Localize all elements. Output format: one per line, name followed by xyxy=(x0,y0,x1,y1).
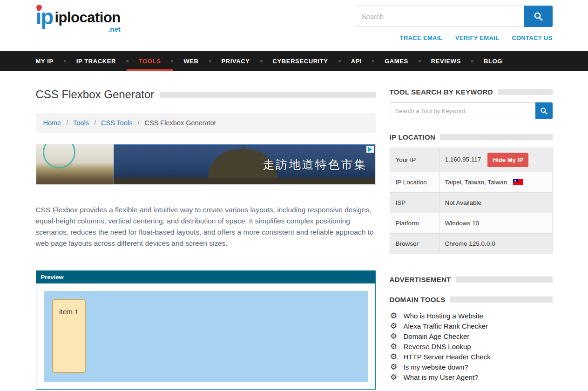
main-column: CSS Flexbox Generator Home / Tools / CSS… xyxy=(36,88,376,390)
ad-caption-text: 走訪地道特色市集 xyxy=(263,157,367,172)
list-item: ⚙ Reverse DNS Lookup xyxy=(390,342,553,352)
nav-separator xyxy=(209,60,211,62)
nav-item-games[interactable]: GAMES xyxy=(385,58,408,65)
header-search-button[interactable] xyxy=(524,6,553,27)
gear-icon: ⚙ xyxy=(390,372,398,383)
nav-separator xyxy=(471,60,473,62)
list-item: ⚙ Is my website down? xyxy=(390,362,553,372)
header-links: TRACE EMAIL VERIFY EMAIL CONTACT US xyxy=(355,34,553,41)
preview-panel: Preview Item 1 xyxy=(36,270,376,390)
logo[interactable]: ip iplocation .net xyxy=(36,7,121,41)
ad-building-image: 走訪地道特色市集 xyxy=(114,144,375,184)
header-search-input[interactable] xyxy=(355,6,524,27)
nav-separator xyxy=(260,60,263,62)
heading-decoration-bar xyxy=(450,297,553,303)
list-item: ⚙ Domain Age Checker xyxy=(390,331,553,342)
content: CSS Flexbox Generator Home / Tools / CSS… xyxy=(36,71,553,390)
domain-tools-list: ⚙ Who is Hosting a Website ⚙ Alexa Traff… xyxy=(390,311,553,383)
tool-search-input[interactable] xyxy=(390,102,535,119)
isp-value: Not Available xyxy=(439,193,552,213)
platform-value: Windows 10 xyxy=(439,213,552,234)
domain-tool-link-user-agent[interactable]: What is my User Agent? xyxy=(404,372,479,383)
breadcrumb-separator: / xyxy=(94,119,96,127)
domain-tool-link-reverse-dns[interactable]: Reverse DNS Lookup xyxy=(404,342,471,352)
nav-separator xyxy=(64,60,66,62)
flex-item-1[interactable]: Item 1 xyxy=(52,299,86,373)
logo-text: iplocation .net xyxy=(54,10,120,33)
row-label: Browser xyxy=(390,234,439,254)
main-nav: MY IP IP TRACKER TOOLS WEB PRIVACY CYBER… xyxy=(0,51,588,71)
trace-email-link[interactable]: TRACE EMAIL xyxy=(400,34,443,41)
preview-header: Preview xyxy=(36,271,375,283)
title-decoration-bar xyxy=(160,92,375,98)
ip-location-heading: IP LOCATION xyxy=(390,133,436,141)
gear-icon: ⚙ xyxy=(390,321,398,331)
site-header: ip iplocation .net TRACE EMAIL VERIFY EM… xyxy=(0,0,588,51)
breadcrumb-css-tools[interactable]: CSS Tools xyxy=(101,119,132,127)
sidebar: TOOL SEARCH BY KEYWORD IP LOCATION Your … xyxy=(390,88,553,390)
nav-item-api[interactable]: API xyxy=(351,58,362,65)
tool-search-heading: TOOL SEARCH BY KEYWORD xyxy=(390,88,493,96)
table-row-browser: Browser Chrome 125.0.0.0 xyxy=(390,234,552,254)
breadcrumb-separator: / xyxy=(137,119,139,127)
table-row-platform: Platform Windows 10 xyxy=(390,213,552,234)
breadcrumb-separator: / xyxy=(66,119,68,127)
heading-decoration-bar xyxy=(498,89,553,95)
table-row-your-ip: Your IP 1.160.95.117 Hide My IP xyxy=(390,148,552,172)
nav-item-tools[interactable]: TOOLS xyxy=(139,58,161,65)
advertisement-heading: ADVERTISEMENT xyxy=(390,276,451,283)
gear-icon: ⚙ xyxy=(390,331,398,342)
tool-search-button[interactable] xyxy=(535,102,553,119)
logo-icon: ip xyxy=(36,7,53,27)
heading-decoration-bar xyxy=(456,276,553,283)
nav-item-my-ip[interactable]: MY IP xyxy=(36,58,54,65)
domain-tool-link-domain-age[interactable]: Domain Age Checker xyxy=(404,331,470,342)
row-label: IP Location xyxy=(390,172,439,193)
domain-tool-link-alexa-rank[interactable]: Alexa Traffic Rank Checker xyxy=(404,321,488,331)
domain-tool-link-website-down[interactable]: Is my website down? xyxy=(404,362,468,372)
list-item: ⚙ Who is Hosting a Website xyxy=(390,311,553,321)
nav-separator xyxy=(171,60,173,62)
breadcrumb-tools[interactable]: Tools xyxy=(73,119,89,127)
nav-item-blog[interactable]: BLOG xyxy=(484,58,502,65)
row-label: Platform xyxy=(390,213,439,234)
hide-my-ip-button[interactable]: Hide My IP xyxy=(487,153,528,167)
flex-preview-container: Item 1 xyxy=(44,291,368,382)
nav-item-reviews[interactable]: REVIEWS xyxy=(431,58,461,65)
tool-search-bar xyxy=(390,102,553,119)
breadcrumb: Home / Tools / CSS Tools / CSS Flexbox G… xyxy=(36,113,376,133)
domain-tools-heading-row: DOMAIN TOOLS xyxy=(390,296,553,303)
search-icon xyxy=(534,12,543,21)
adchoices-icon[interactable] xyxy=(366,146,374,153)
nav-item-cybersecurity[interactable]: CYBERSECURITY xyxy=(273,58,328,65)
nav-item-ip-tracker[interactable]: IP TRACKER xyxy=(76,58,116,65)
ad-banner[interactable]: 走訪地道特色市集 xyxy=(36,144,376,185)
domain-tool-link-http-header[interactable]: HTTP Server Header Check xyxy=(404,352,491,362)
nav-separator xyxy=(338,60,341,62)
table-row-isp: ISP Not Available xyxy=(390,193,552,213)
taiwan-flag-icon xyxy=(513,179,523,185)
search-icon xyxy=(540,107,547,115)
gear-icon: ⚙ xyxy=(390,352,398,362)
nav-separator xyxy=(419,60,421,62)
title-row: CSS Flexbox Generator xyxy=(36,88,376,101)
nav-item-privacy[interactable]: PRIVACY xyxy=(222,58,250,65)
logo-suffix-text: .net xyxy=(108,25,121,33)
row-label: Your IP xyxy=(390,148,439,172)
nav-separator xyxy=(126,60,128,62)
domain-tools-heading: DOMAIN TOOLS xyxy=(390,296,446,303)
contact-us-link[interactable]: CONTACT US xyxy=(512,34,552,41)
table-row-ip-location: IP Location Taipei, Taiwan, Taiwan xyxy=(390,172,552,193)
logo-main-text: iplocation xyxy=(54,10,120,25)
ip-location-heading-row: IP LOCATION xyxy=(390,133,553,141)
domain-tool-link-hosting[interactable]: Who is Hosting a Website xyxy=(404,311,483,321)
tool-description: CSS Flexbox provides a flexible and intu… xyxy=(36,204,376,249)
nav-item-web[interactable]: WEB xyxy=(183,58,198,65)
tool-search-heading-row: TOOL SEARCH BY KEYWORD xyxy=(390,88,553,96)
verify-email-link[interactable]: VERIFY EMAIL xyxy=(455,34,499,41)
ad-left-image xyxy=(36,144,114,184)
gear-icon: ⚙ xyxy=(390,342,398,352)
gear-icon: ⚙ xyxy=(390,311,398,321)
list-item: ⚙ What is my User Agent? xyxy=(390,372,553,383)
breadcrumb-home[interactable]: Home xyxy=(43,119,61,127)
